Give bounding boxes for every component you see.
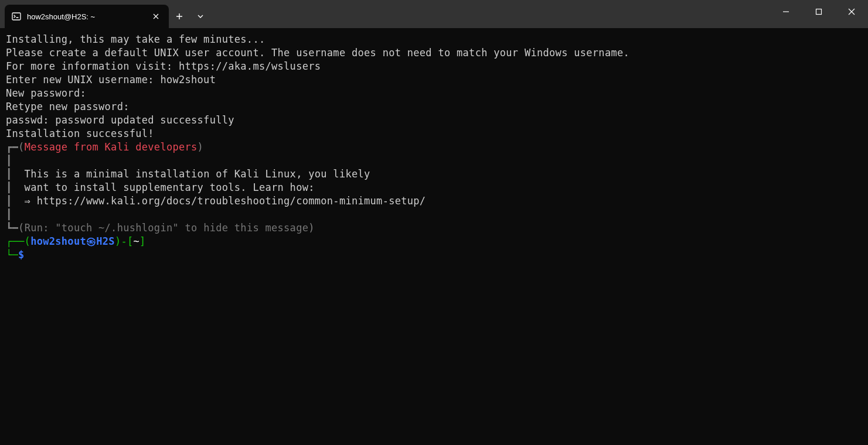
box-border: ┃: [6, 155, 12, 166]
prompt-paren: ): [115, 235, 121, 247]
term-line: want to install supplementary tools. Lea…: [12, 182, 315, 193]
kali-dev-msg-title: Message from Kali developers: [25, 141, 198, 153]
term-line: ⇒ https://www.kali.org/docs/troubleshoot…: [12, 195, 426, 207]
term-line: This is a minimal installation of Kali L…: [12, 168, 370, 180]
new-tab-button[interactable]: [169, 5, 190, 28]
tab-close-button[interactable]: [150, 11, 162, 22]
box-border: ┃: [6, 208, 12, 220]
tabs-container: how2shout@H2S: ~: [0, 0, 169, 28]
maximize-button[interactable]: [802, 0, 835, 23]
tab-terminal-icon: [12, 12, 21, 21]
prompt-border: └─: [6, 249, 18, 261]
term-line: For more information visit: https://aka.…: [6, 60, 321, 72]
prompt-path: ~: [134, 235, 140, 247]
tab-title: how2shout@H2S: ~: [27, 12, 144, 21]
titlebar: how2shout@H2S: ~: [0, 0, 868, 28]
term-line: New password:: [6, 87, 86, 99]
term-line: Installing, this may take a few minutes.…: [6, 33, 265, 45]
box-paren: ): [308, 222, 315, 234]
prompt-border: ┌──: [6, 235, 25, 247]
window-controls: [770, 0, 868, 23]
prompt-bracket: [: [127, 235, 134, 247]
box-paren: (: [18, 141, 25, 153]
tab-dropdown-button[interactable]: [190, 5, 211, 28]
term-line: passwd: password updated successfully: [6, 114, 234, 126]
svg-rect-3: [816, 9, 822, 15]
prompt-paren: (: [25, 235, 31, 247]
prompt-host: H2S: [96, 235, 115, 247]
prompt-user: how2shout: [30, 235, 86, 247]
box-border: ┃: [6, 182, 12, 193]
prompt-dash: -: [121, 235, 127, 247]
prompt-dollar: $: [18, 249, 25, 261]
tab-active[interactable]: how2shout@H2S: ~: [5, 5, 169, 28]
svg-rect-0: [12, 13, 21, 20]
box-paren: (: [18, 222, 25, 234]
prompt-at-icon: ㉿: [86, 235, 96, 247]
hushlogin-hint: Run: "touch ~/.hushlogin" to hide this m…: [25, 222, 309, 234]
minimize-button[interactable]: [770, 0, 802, 23]
box-paren: ): [198, 141, 204, 153]
close-window-button[interactable]: [835, 0, 868, 23]
term-line: Please create a default UNIX user accoun…: [6, 47, 629, 59]
box-border: ┏━: [6, 141, 18, 153]
box-border: ┃: [6, 195, 12, 207]
term-line: Enter new UNIX username:: [6, 74, 160, 85]
box-border: ┗━: [6, 222, 18, 234]
box-border: ┃: [6, 168, 12, 180]
prompt-bracket: ]: [139, 235, 146, 247]
tab-actions: [169, 0, 211, 28]
term-line: Installation successful!: [6, 128, 154, 139]
terminal-content[interactable]: Installing, this may take a few minutes.…: [0, 28, 868, 266]
term-username-input: how2shout: [160, 74, 216, 85]
term-line: Retype new password:: [6, 101, 130, 112]
